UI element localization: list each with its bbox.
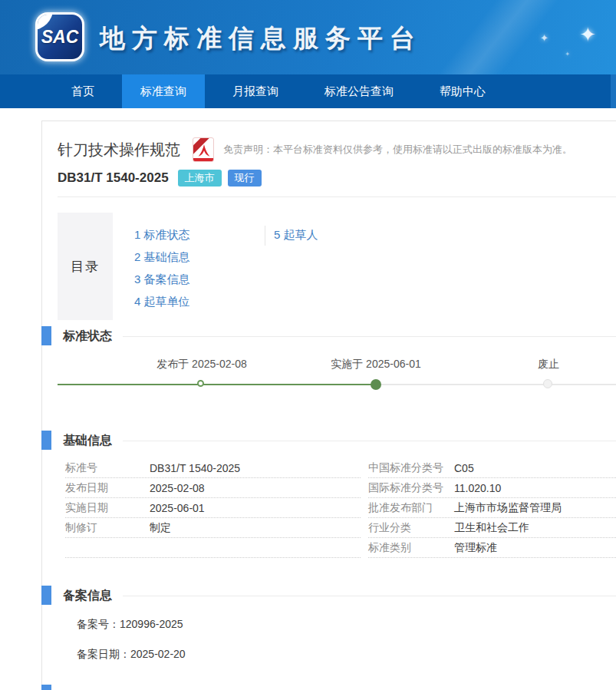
section-marker [41,685,51,690]
field-label: 标准类别 [368,541,454,555]
toc-title: 目录 [58,213,113,320]
field-label: 备案日期： [77,648,130,660]
nav-item-standard-search[interactable]: 标准查询 [122,74,205,108]
field-label: 实施日期 [65,501,150,515]
toc-link-basic-info[interactable]: 2 基础信息 [134,246,265,268]
toc-link-drafters[interactable]: 5 起草人 [274,223,318,246]
section-rule [123,336,616,337]
table-row: 制修订 制定 [65,518,361,538]
sparkle-icon: ✦ [579,23,596,47]
timeline-label-published: 发布于 2025-02-08 [125,358,278,371]
main-nav: 首页 标准查询 月报查询 标准公告查询 帮助中心 [0,74,616,108]
sac-logo-icon: SAC [38,15,82,59]
sac-logo-text: SAC [41,27,79,48]
status-timeline: 发布于 2025-02-08 实施于 2025-06-01 废止 [58,346,616,431]
site-title: 地方标准信息服务平台 [100,21,422,56]
basic-info-section-title: 基础信息 [63,433,112,449]
timeline-label-implemented: 实施于 2025-06-01 [299,358,453,371]
field-value: 卫生和社会工作 [454,521,529,535]
table-row: 批准发布部门 上海市市场监督管理局 [368,498,616,518]
field-label: 制修订 [65,521,150,535]
section-marker [41,326,51,345]
field-label: 中国标准分类号 [368,461,454,475]
field-value: 2025-06-01 [150,502,205,514]
field-value: 制定 [150,521,171,535]
pdf-file-icon[interactable] [193,137,214,162]
field-label: 国际标准分类号 [368,481,454,495]
section-rule [123,441,616,441]
sparkle-icon: ✦ [565,51,570,58]
table-row: 国际标准分类号 11.020.10 [368,478,616,498]
filing-info-section: 备案信息 备案号：120996-2025 备案日期：2025-02-20 [58,586,616,665]
toc-link-standard-status[interactable]: 1 标准状态 [134,223,265,246]
disclaimer-text: 免责声明：本平台标准资料仅供参考，使用标准请以正式出版的标准版本为准。 [223,143,572,157]
nav-item-monthly-report[interactable]: 月报查询 [214,74,297,108]
field-label: 备案号： [77,618,120,630]
basic-info-section: 基础信息 标准号 DB31/T 1540-2025 发布日期 2025-02-0… [58,431,616,558]
filing-date-row: 备案日期：2025-02-20 [77,648,616,665]
sparkle-icon: ✦ [540,32,548,44]
sac-logo[interactable]: SAC [35,12,84,61]
timeline-node-abolished [543,379,552,388]
acrobat-swirl-icon [196,143,212,160]
filing-info-section-title: 备案信息 [63,588,112,604]
table-row: 中国标准分类号 C05 [368,458,616,478]
nav-item-announcement-search[interactable]: 标准公告查询 [306,74,412,108]
table-row: 行业分类 卫生和社会工作 [368,518,616,538]
field-value: 管理标准 [454,541,497,555]
field-value: 11.020.10 [454,482,501,494]
status-section-title: 标准状态 [63,328,112,345]
divider [58,196,616,197]
section-marker [41,431,51,450]
page-title: 针刀技术操作规范 [58,140,180,160]
field-value: 120996-2025 [120,618,183,630]
field-value: C05 [454,462,474,474]
toc-link-filing-info[interactable]: 3 备案信息 [134,268,265,290]
standard-status-section: 标准状态 发布于 2025-02-08 实施于 2025-06-01 废止 [58,326,616,431]
next-section [58,685,616,690]
site-header: ✦ ✦ ✦ SAC 地方标准信息服务平台 [0,0,616,74]
field-value: 上海市市场监督管理局 [454,501,562,515]
nav-edge-strip [611,74,616,108]
table-row: 发布日期 2025-02-08 [65,478,361,498]
toc-panel: 目录 1 标准状态 2 基础信息 3 备案信息 4 起草单位 5 起草人 [58,213,616,320]
field-label: 行业分类 [368,521,454,535]
field-label: 批准发布部门 [368,501,454,515]
basic-info-table: 标准号 DB31/T 1540-2025 发布日期 2025-02-08 实施日… [65,458,616,558]
filing-number-row: 备案号：120996-2025 [77,618,616,635]
table-row [65,538,361,558]
table-row: 标准类别 管理标准 [368,538,616,558]
table-row: 实施日期 2025-06-01 [65,498,361,518]
section-rule [123,596,616,596]
field-value: 2025-02-08 [150,482,205,494]
standard-detail-card: 针刀技术操作规范 免责声明：本平台标准资料仅供参考，使用标准请以正式出版的标准版… [41,121,616,690]
nav-item-home[interactable]: 首页 [53,74,113,108]
timeline-node-published [197,380,204,387]
nav-item-help-center[interactable]: 帮助中心 [421,74,504,108]
timeline-label-abolished: 废止 [472,358,616,371]
field-label: 发布日期 [65,481,150,495]
table-row: 标准号 DB31/T 1540-2025 [65,458,361,478]
toc-link-drafting-org[interactable]: 4 起草单位 [134,290,265,312]
timeline-node-implemented [371,379,381,390]
standard-number: DB31/T 1540-2025 [58,170,169,186]
section-marker [41,586,51,605]
timeline-progress-line [58,384,376,385]
field-label: 标准号 [65,461,150,475]
timeline-remaining-line [376,384,616,385]
field-value: DB31/T 1540-2025 [150,462,240,474]
region-badge: 上海市 [178,170,222,187]
status-badge: 现行 [228,170,262,187]
field-value: 2025-02-20 [130,648,186,660]
